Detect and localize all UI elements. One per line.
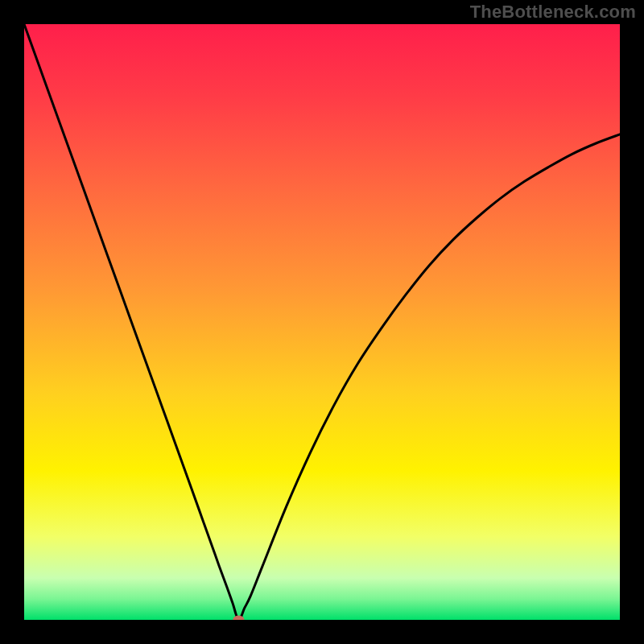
watermark-label: TheBottleneck.com (470, 2, 636, 23)
plot-area (24, 24, 620, 620)
bottleneck-chart (24, 24, 620, 620)
gradient-background (24, 24, 620, 620)
chart-frame: TheBottleneck.com (0, 0, 644, 644)
